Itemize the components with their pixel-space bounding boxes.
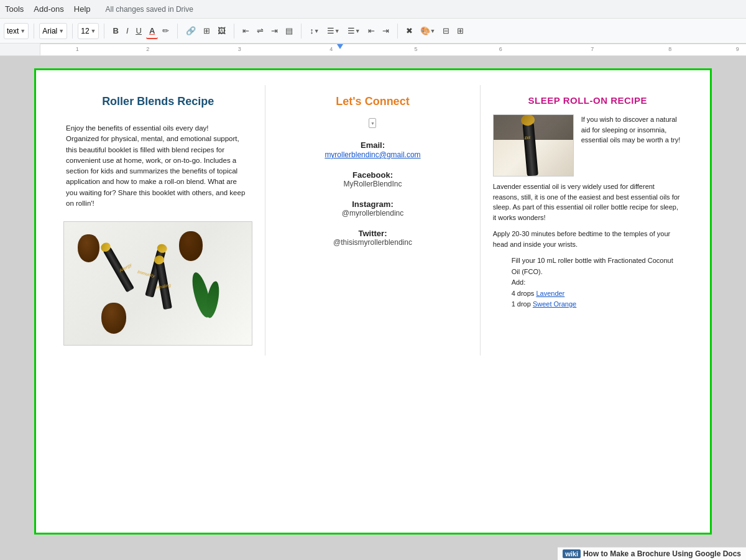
col1-body: Enjoy the benefits of essential oils eve… xyxy=(63,123,252,209)
scroll-indicator: ▼ xyxy=(369,118,376,128)
col3-content: Zzz If you wish to discover a natural ai… xyxy=(493,114,683,181)
sep7 xyxy=(397,24,398,39)
align-right-button[interactable]: ⇥ xyxy=(268,23,281,39)
bold-button[interactable]: B xyxy=(109,23,121,39)
align-justify-button[interactable]: ▤ xyxy=(282,23,296,39)
column-options2-button[interactable]: ⊞ xyxy=(454,23,467,39)
sep5 xyxy=(234,24,234,39)
ruler-mark-8: 8 xyxy=(668,46,671,52)
ruler-mark-6: 6 xyxy=(499,46,502,52)
ruler-marker xyxy=(337,44,343,49)
font-select[interactable]: Arial ▼ xyxy=(39,23,67,39)
recipe-bottle-text: Zzz xyxy=(524,135,531,140)
size-select[interactable]: 12 ▼ xyxy=(78,23,99,39)
facebook-item: Facebook: MyRollerBlendInc xyxy=(278,170,467,188)
italic-button[interactable]: I xyxy=(123,23,132,39)
scroll-arrow: ▼ xyxy=(371,121,375,126)
instagram-label: Instagram: xyxy=(278,200,467,209)
indent-inc-button[interactable]: ⇥ xyxy=(379,23,392,39)
ruler-mark-2: 2 xyxy=(146,46,149,52)
sep3 xyxy=(104,24,104,39)
comment-button[interactable]: ⊞ xyxy=(200,23,213,39)
extra-group: ✖ 🎨▼ ⊟ ⊞ xyxy=(403,23,467,39)
clear-format-button[interactable]: ✖ xyxy=(403,23,416,39)
instruction-add: Add: xyxy=(512,278,526,286)
email-link[interactable]: myrollerblendinc@gmail.com xyxy=(325,150,420,159)
font-label: Arial xyxy=(42,27,57,35)
orange-link[interactable]: Sweet Orange xyxy=(533,300,576,308)
page-wrapper: Roller Blends Recipe Enjoy the benefits … xyxy=(0,56,746,560)
instruction-drops1: 4 drops Lavender xyxy=(512,290,565,297)
recipe-img-inner: Zzz xyxy=(494,115,573,176)
wiki-badge: wiki xyxy=(563,549,581,558)
ruler-mark-3: 3 xyxy=(238,46,241,52)
sep1 xyxy=(34,24,34,39)
size-chevron: ▼ xyxy=(91,28,96,34)
menu-addons[interactable]: Add-ons xyxy=(34,4,63,14)
twitter-item: Twitter: @thisismyrollerblendinc xyxy=(278,229,467,247)
style-label: text xyxy=(7,27,19,35)
ruler-scale: 1 2 3 4 5 6 7 8 9 xyxy=(40,44,746,55)
align-group: ⇤ ⇌ ⇥ ▤ xyxy=(239,23,296,39)
menu-bar: Tools Add-ons Help All changes saved in … xyxy=(0,0,746,19)
align-center-button[interactable]: ⇌ xyxy=(254,23,267,39)
sep2 xyxy=(72,24,73,39)
pine-cone-1 xyxy=(78,234,99,262)
font-chevron: ▼ xyxy=(58,28,64,34)
instagram-item: Instagram: @myrollerblendinc xyxy=(278,200,467,218)
bottom-bar: wiki How to Make a Brochure Using Google… xyxy=(558,547,746,560)
underline-button[interactable]: U xyxy=(133,23,145,39)
saved-message: All changes saved in Drive xyxy=(106,5,193,14)
ruler-left xyxy=(0,44,40,55)
indent-dec-button[interactable]: ⇤ xyxy=(365,23,378,39)
col1-title: Roller Blends Recipe xyxy=(63,95,252,108)
font-color-button[interactable]: A xyxy=(146,23,158,39)
pine-cone-3 xyxy=(101,303,126,334)
list-numbered-button[interactable]: ☰▼ xyxy=(324,23,343,39)
size-label: 12 xyxy=(81,27,89,35)
document-page[interactable]: Roller Blends Recipe Enjoy the benefits … xyxy=(34,68,712,535)
sep6 xyxy=(301,24,302,39)
style-select[interactable]: text ▼ xyxy=(4,23,29,39)
instagram-value: @myrollerblendinc xyxy=(278,209,467,218)
column-options-button[interactable]: ⊟ xyxy=(440,23,453,39)
instruction-drops2: 1 drop Sweet Orange xyxy=(512,300,577,308)
format-group: B I U A ✏ xyxy=(109,23,172,39)
image-button[interactable]: 🖼 xyxy=(214,23,229,39)
col3-para2: Lavender essential oil is very widely us… xyxy=(493,181,683,223)
menu-help[interactable]: Help xyxy=(74,4,91,14)
pine-cone-2 xyxy=(179,231,203,261)
paint-format-button[interactable]: 🎨▼ xyxy=(417,23,439,39)
toolbar: text ▼ Arial ▼ 12 ▼ B I U A ✏ 🔗 ⊞ 🖼 ⇤ ⇌ … xyxy=(0,19,746,44)
ruler-mark-4: 4 xyxy=(329,46,333,52)
highlight-button[interactable]: ✏ xyxy=(159,23,172,39)
col1: Roller Blends Recipe Enjoy the benefits … xyxy=(51,85,265,356)
facebook-label: Facebook: xyxy=(278,170,467,180)
wikihow-text: How to Make a Brochure Using Google Docs xyxy=(583,549,741,558)
col3-instructions: Fill your 10 mL roller bottle with Fract… xyxy=(512,255,683,310)
ruler-mark-7: 7 xyxy=(591,46,594,52)
col3: SLEEP ROLL-ON RECIPE xyxy=(481,85,695,356)
brochure-grid: Roller Blends Recipe Enjoy the benefits … xyxy=(51,85,695,356)
product-image-inner: Allergy Immunity Healing xyxy=(64,222,252,345)
recipe-bottle-cap xyxy=(520,115,535,126)
line-spacing-button[interactable]: ↕▼ xyxy=(306,23,322,39)
email-label: Email: xyxy=(278,140,467,150)
align-left-button[interactable]: ⇤ xyxy=(239,23,252,39)
facebook-value: MyRollerBlendInc xyxy=(278,180,467,188)
main-area: Roller Blends Recipe Enjoy the benefits … xyxy=(0,56,746,560)
menu-tools[interactable]: Tools xyxy=(5,4,24,14)
ruler: 1 2 3 4 5 6 7 8 9 xyxy=(0,44,746,56)
twitter-label: Twitter: xyxy=(278,229,467,238)
list-bullet-button[interactable]: ☰▼ xyxy=(344,23,364,39)
link-button[interactable]: 🔗 xyxy=(183,23,199,39)
email-item: Email: myrollerblendinc@gmail.com xyxy=(278,140,467,159)
lavender-link[interactable]: Lavender xyxy=(536,290,564,297)
sep4 xyxy=(177,24,178,39)
instruction-line1: Fill your 10 mL roller bottle with Fract… xyxy=(512,257,673,275)
col2-title: Let's Connect xyxy=(278,95,467,108)
ruler-mark-9: 9 xyxy=(736,46,739,52)
twitter-value: @thisismyrollerblendinc xyxy=(278,238,467,247)
spacing-group: ↕▼ ☰▼ ☰▼ ⇤ ⇥ xyxy=(306,23,392,39)
insert-group: 🔗 ⊞ 🖼 xyxy=(183,23,229,39)
